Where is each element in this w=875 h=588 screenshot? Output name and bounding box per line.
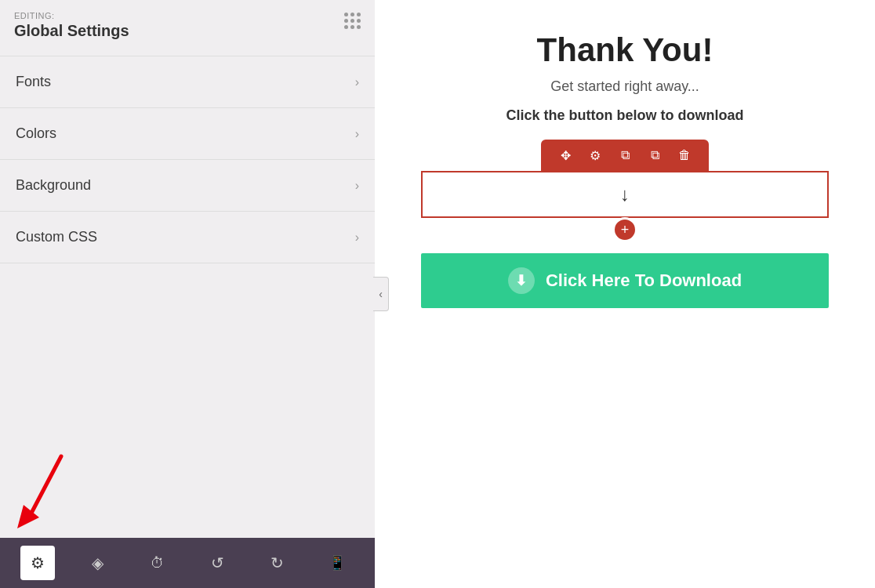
redo-button[interactable]: ↻ [260, 546, 294, 580]
element-toolbar: ✥ ⚙ ⧉ ⧉ 🗑 [541, 140, 709, 171]
download-icon: ⬇ [508, 267, 535, 294]
menu-item-background[interactable]: Background › [0, 160, 375, 212]
element-delete-button[interactable]: 🗑 [671, 144, 698, 166]
panel-title: Global Settings [14, 22, 361, 40]
thank-you-title: Thank You! [537, 31, 713, 69]
click-text: Click the button below to download [506, 107, 744, 124]
menu-item-fonts[interactable]: Fonts › [0, 56, 375, 108]
collapse-panel-button[interactable]: ‹ [373, 277, 389, 311]
element-settings-button[interactable]: ⚙ [582, 144, 608, 166]
duplicate-alt-icon: ⧉ [621, 148, 630, 162]
down-arrow-icon: ↓ [620, 183, 630, 205]
copy-icon: ⧉ [651, 148, 659, 162]
chevron-right-icon: › [355, 230, 359, 245]
menu-item-background-label: Background [16, 177, 91, 194]
chevron-right-icon: › [355, 75, 359, 89]
dots-menu-icon[interactable] [344, 13, 361, 29]
settings-button[interactable]: ⚙ [20, 546, 55, 580]
selected-element[interactable]: ↓ [421, 171, 829, 218]
mobile-preview-button[interactable]: 📱 [320, 546, 354, 580]
left-panel: EDITING: Global Settings Fonts › Colors … [0, 0, 375, 588]
settings-menu: Fonts › Colors › Background › Custom CSS… [0, 48, 375, 538]
chevron-right-icon: › [355, 127, 359, 141]
layers-button[interactable]: ◈ [80, 546, 114, 580]
editing-label: EDITING: [14, 11, 361, 20]
trash-icon: 🗑 [678, 148, 691, 162]
download-button-label: Click Here To Download [546, 270, 742, 291]
menu-item-custom-css[interactable]: Custom CSS › [0, 212, 375, 263]
menu-item-colors[interactable]: Colors › [0, 108, 375, 160]
add-element-button[interactable]: + [612, 217, 637, 242]
menu-item-custom-css-label: Custom CSS [16, 229, 97, 245]
move-icon: ✥ [561, 148, 571, 163]
layers-icon: ◈ [92, 554, 103, 572]
mobile-icon: 📱 [329, 554, 346, 572]
subtitle: Get started right away... [550, 78, 699, 95]
gear-icon: ⚙ [31, 554, 45, 572]
menu-item-fonts-label: Fonts [16, 74, 51, 90]
move-element-button[interactable]: ✥ [552, 144, 579, 166]
plus-icon: + [621, 222, 630, 238]
bottom-toolbar: ⚙ ◈ ⏱ ↺ ↻ 📱 [0, 538, 375, 588]
gear-icon: ⚙ [590, 148, 601, 163]
chevron-right-icon: › [355, 179, 359, 193]
history-button[interactable]: ⏱ [140, 546, 175, 580]
right-content: Thank You! Get started right away... Cli… [375, 0, 875, 588]
panel-header: EDITING: Global Settings [0, 0, 375, 48]
redo-icon: ↻ [270, 554, 284, 572]
download-button[interactable]: ⬇ Click Here To Download [421, 253, 829, 308]
menu-item-colors-label: Colors [16, 125, 56, 142]
history-icon: ⏱ [151, 555, 165, 572]
page-content: Thank You! Get started right away... Cli… [375, 0, 875, 588]
undo-icon: ↺ [211, 554, 224, 572]
element-duplicate-alt-button[interactable]: ⧉ [612, 144, 638, 166]
element-copy-button[interactable]: ⧉ [641, 144, 668, 166]
undo-button[interactable]: ↺ [200, 546, 234, 580]
